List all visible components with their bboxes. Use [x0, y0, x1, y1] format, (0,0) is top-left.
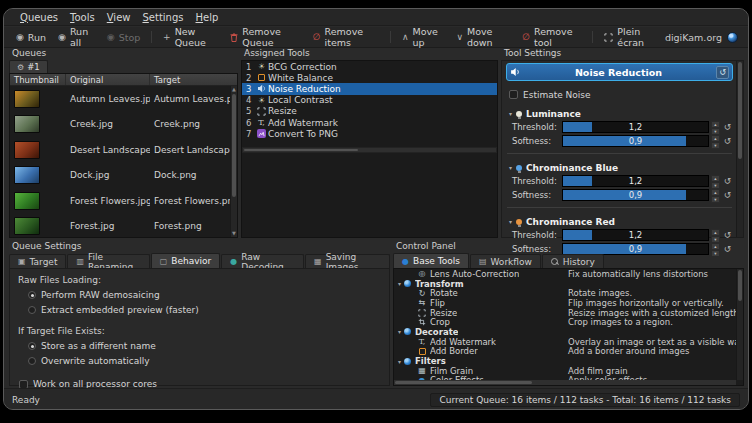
menu-queues[interactable]: Queues — [14, 11, 64, 24]
estimate-noise-row[interactable]: Estimate Noise — [509, 89, 733, 100]
reset-value-icon[interactable]: ↺ — [722, 190, 733, 200]
column-header-original[interactable]: Original — [66, 74, 150, 85]
threshold-spinner[interactable]: ▴▾ — [711, 121, 720, 133]
move-down-button[interactable]: ∨ Move down — [450, 24, 516, 50]
collapse-icon[interactable]: ▾ — [509, 110, 512, 117]
softness-spinner[interactable]: ▴▾ — [711, 189, 720, 201]
status-bar: Ready Current Queue: 16 items / 112 task… — [4, 388, 748, 410]
expander-icon[interactable]: ▾ — [398, 358, 401, 365]
assigned-tools-hscrollbar[interactable] — [242, 147, 497, 153]
tool-film-grain[interactable]: ▦ Film Grain Add film grain — [394, 366, 743, 376]
move-up-button[interactable]: ∧ Move up — [396, 24, 450, 50]
column-header-target[interactable]: Target — [150, 74, 237, 85]
queue-item[interactable]: Desert Landscape.jpg Desert Landscape.pn… — [10, 137, 237, 163]
assigned-tool-noise-reduction[interactable]: 3 Noise Reduction — [242, 83, 497, 94]
section-chrominance-blue[interactable]: ▾ Chrominance Blue — [509, 162, 733, 173]
remove-items-button[interactable]: ∅ Remove items — [307, 24, 385, 50]
section-chrominance-red[interactable]: ▾ Chrominance Red — [509, 216, 733, 227]
tab-raw-decoding[interactable]: ● Raw Decoding — [221, 254, 304, 268]
menu-help[interactable]: Help — [190, 11, 225, 24]
threshold-slider[interactable]: 1,2 — [562, 229, 709, 241]
new-queue-button[interactable]: + New Queue — [157, 24, 224, 50]
menu-settings[interactable]: Settings — [136, 11, 189, 24]
tool-rotate[interactable]: ↻ Rotate Rotate images. — [394, 288, 743, 298]
run-button[interactable]: ◉ Run — [10, 30, 52, 45]
collapse-icon[interactable]: ▾ — [509, 164, 512, 171]
radio-button[interactable] — [28, 306, 36, 314]
tree-hscrollbar[interactable] — [394, 380, 736, 385]
scroll-up-icon[interactable]: ▲ — [231, 86, 237, 93]
reset-value-icon[interactable]: ↺ — [722, 176, 733, 186]
tool-add-border[interactable]: Add Border Add a border around images — [394, 347, 743, 357]
tab-file-renaming[interactable]: ▥ File Renaming — [67, 254, 149, 268]
threshold-spinner[interactable]: ▴▾ — [711, 175, 720, 187]
assigned-tool-bcg-correction[interactable]: 1 ☀ BCG Correction — [242, 61, 497, 72]
run-all-button[interactable]: ◉ Run all — [52, 24, 101, 50]
queue-item-target: Forest.png — [150, 221, 237, 231]
assigned-tool-convert-to-png[interactable]: 7 Convert To PNG — [242, 128, 497, 139]
column-header-thumbnail[interactable]: Thumbnail — [10, 74, 66, 85]
digikam-brand-link[interactable]: digiKam.org — [665, 32, 742, 43]
threshold-spinner[interactable]: ▴▾ — [711, 229, 720, 241]
queue-item-original: Forest.jpg — [66, 221, 150, 231]
queue-tab-1[interactable]: ⚙ #1 — [9, 60, 48, 73]
remove-queue-button[interactable]: Remove Queue — [224, 24, 306, 50]
tab-behavior[interactable]: ▢ Behavior — [151, 253, 221, 268]
remove-tool-button[interactable]: ∅ Remove tool — [516, 24, 587, 50]
threshold-slider[interactable]: 1,2 — [562, 121, 709, 133]
stop-button[interactable]: ◉ Stop — [101, 30, 146, 45]
queue-item[interactable]: Creek.jpg Creek.png — [10, 112, 237, 138]
softness-slider[interactable]: 0,9 — [562, 189, 709, 201]
category-transform[interactable]: ▾ Transform — [394, 279, 743, 289]
category-decorate[interactable]: ▾ Decorate — [394, 327, 743, 337]
menu-tools[interactable]: Tools — [64, 11, 101, 24]
expander-icon[interactable]: ▾ — [398, 280, 401, 287]
tool-resize[interactable]: Resize Resize images with a customized l… — [394, 308, 743, 318]
estimate-noise-checkbox[interactable] — [509, 90, 518, 99]
softness-slider[interactable]: 0,9 — [562, 135, 709, 147]
queue-item[interactable]: Forest.jpg Forest.png — [10, 214, 237, 239]
tool-crop[interactable]: Crop Crop images to a region. — [394, 317, 743, 327]
category-icon — [404, 328, 411, 335]
softness-spinner[interactable]: ▴▾ — [711, 135, 720, 147]
tab-target[interactable]: ▣ Target — [9, 254, 66, 268]
option-overwrite-automatically[interactable]: Overwrite automatically — [28, 356, 381, 366]
collapse-icon[interactable]: ▾ — [509, 218, 512, 225]
queue-item[interactable]: Dock.jpg Dock.png — [10, 163, 237, 189]
tool-flip[interactable]: ⇆ Flip Flip images horizontally or verti… — [394, 298, 743, 308]
reset-value-icon[interactable]: ↺ — [722, 122, 733, 132]
radio-button[interactable] — [28, 342, 36, 350]
expander-icon[interactable]: ▾ — [398, 328, 401, 335]
queue-item[interactable]: Forest Flowers.jpg Forest Flowers.png — [10, 188, 237, 214]
section-luminance[interactable]: ▾ Luminance — [509, 108, 733, 119]
tool-settings-scrollbar[interactable] — [736, 61, 743, 237]
category-filters[interactable]: ▾ Filters — [394, 356, 743, 366]
tab-saving-images[interactable]: ▦ Saving Images — [305, 254, 390, 268]
queue-item[interactable]: Autumn Leaves.jpg Autumn Leaves.png — [10, 86, 237, 112]
radio-button[interactable] — [28, 291, 36, 299]
radio-button[interactable] — [28, 357, 36, 365]
reset-value-icon[interactable]: ↺ — [722, 230, 733, 240]
option-perform-raw-demosaicing[interactable]: Perform RAW demosaicing — [28, 290, 381, 300]
option-extract-embedded-preview[interactable]: Extract embedded preview (faster) — [28, 305, 381, 315]
assigned-tool-local-contrast[interactable]: 4 ☀ Local Contrast — [242, 95, 497, 106]
thumbnail-image — [14, 217, 40, 235]
scroll-down-icon[interactable]: ▼ — [231, 230, 237, 237]
menu-view[interactable]: View — [101, 11, 137, 24]
reset-tool-button[interactable]: ↺ — [716, 66, 729, 79]
threshold-slider[interactable]: 1,2 — [562, 175, 709, 187]
assigned-tool-resize[interactable]: 5 Resize — [242, 106, 497, 117]
assigned-tool-white-balance[interactable]: 2 White Balance — [242, 72, 497, 83]
tool-add-watermark[interactable]: T, Add Watermark Overlay an image or tex… — [394, 337, 743, 347]
assigned-tool-add-watermark[interactable]: 6 T, Add Watermark — [242, 117, 497, 128]
tab-base-tools[interactable]: ● Base Tools — [393, 253, 469, 268]
queue-table-scrollbar[interactable]: ▲ ▼ — [230, 86, 237, 237]
tree-vscrollbar[interactable] — [736, 269, 743, 380]
tool-lens-auto-correction[interactable]: ◎ Lens Auto-Correction Fix automatically… — [394, 269, 743, 279]
option-store-different-name[interactable]: Store as a different name — [28, 341, 381, 351]
fullscreen-button[interactable]: Plein écran — [598, 24, 665, 50]
tab-history[interactable]: History — [542, 254, 604, 268]
reset-value-icon[interactable]: ↺ — [722, 136, 733, 146]
control-panel-tabbar: ● Base Tools ▤ Workflow History — [393, 253, 744, 268]
tab-workflow[interactable]: ▤ Workflow — [470, 254, 541, 268]
